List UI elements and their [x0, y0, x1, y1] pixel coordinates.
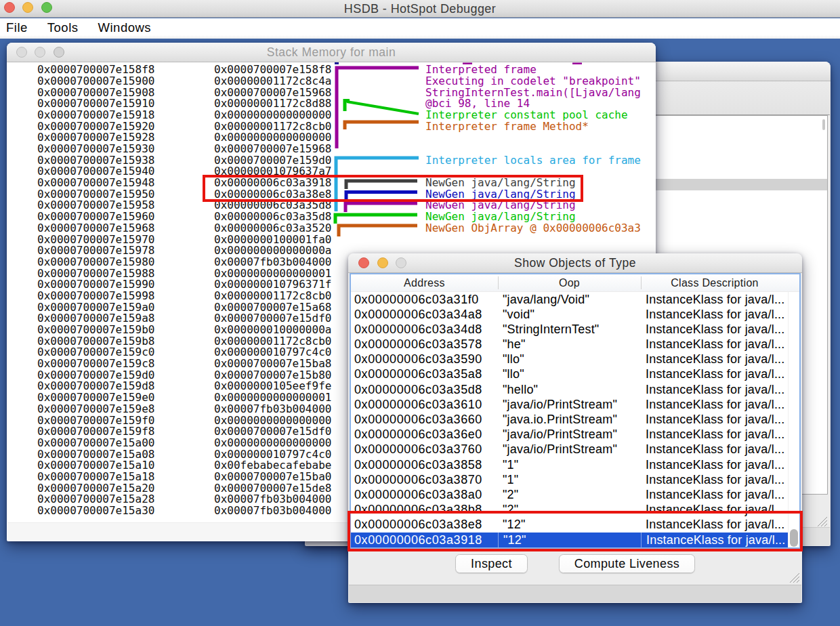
cell-class-description: InstanceKlass for java/l...: [641, 307, 789, 322]
objects-window-titlebar[interactable]: Show Objects of Type: [348, 253, 802, 273]
cell-address: 0x00000006c03a3610: [351, 397, 498, 412]
cell-class-description: InstanceKlass for java/l...: [641, 352, 789, 367]
resize-grip-icon[interactable]: [816, 516, 828, 527]
cell-oop: "hello": [498, 382, 641, 397]
table-row[interactable]: 0x00000006c03a31f0"java/lang/Void"Instan…: [351, 292, 799, 307]
app-titlebar: HSDB - HotSpot Debugger: [0, 0, 840, 18]
menu-windows[interactable]: Windows: [88, 18, 161, 39]
cell-oop: "java/io/PrintStream": [498, 427, 641, 442]
objects-table-scrollbar[interactable]: [788, 292, 799, 548]
column-header-address[interactable]: Address: [351, 274, 498, 291]
column-header-class-description[interactable]: Class Description: [641, 274, 789, 291]
stack-annotation-label: Executing in codelet "breakpoint": [425, 76, 641, 87]
cell-address: 0x00000006c03a36e0: [351, 427, 498, 442]
table-row[interactable]: 0x00000006c03a3590"llo"InstanceKlass for…: [351, 352, 799, 367]
desktop: Stack Memory for main 0x0000700007e158f8…: [0, 39, 840, 626]
red-highlight-stack-rows: [203, 175, 583, 202]
cell-oop: "void": [498, 307, 641, 322]
cell-class-description: InstanceKlass for java/l...: [641, 457, 789, 472]
objects-button-panel: Inspect Compute Liveness: [349, 550, 801, 585]
cell-address: 0x00000006c03a35d8: [351, 382, 498, 397]
cell-address: 0x00000006c03a35a8: [351, 367, 498, 381]
table-row[interactable]: 0x00000006c03a36e0"java/io/PrintStream"I…: [351, 427, 799, 442]
cell-oop: "java/io/PrintStream": [498, 397, 641, 412]
cell-address: 0x00000006c03a31f0: [351, 292, 498, 307]
cell-address: 0x00000006c03a3760: [351, 442, 498, 457]
cell-address: 0x00000006c03a3590: [351, 352, 498, 367]
table-row[interactable]: 0x00000006c03a3610"java/io/PrintStream"I…: [351, 397, 799, 412]
table-row[interactable]: 0x00000006c03a3858"1"InstanceKlass for j…: [351, 457, 799, 472]
table-row[interactable]: 0x00000006c03a3578"he"InstanceKlass for …: [351, 337, 799, 352]
cell-oop: "java/io/PrintStream": [498, 442, 641, 457]
table-row[interactable]: 0x00000006c03a35d8"hello"InstanceKlass f…: [351, 382, 799, 397]
cell-oop: "he": [498, 337, 641, 352]
background-scrollbar-thumb[interactable]: [822, 119, 825, 130]
cell-class-description: InstanceKlass for java/l...: [641, 367, 789, 381]
stack-window-title: Stack Memory for main: [7, 43, 656, 62]
cell-class-description: InstanceKlass for java/l...: [641, 322, 789, 337]
cell-oop: "java.io.PrintStream": [498, 412, 641, 427]
objects-table-header: Address Oop Class Description: [351, 274, 799, 292]
cell-oop: "llo": [498, 352, 641, 367]
cell-address: 0x00000006c03a34d8: [351, 322, 498, 337]
inspect-button[interactable]: Inspect: [455, 554, 528, 573]
column-separator: [641, 276, 642, 289]
table-row[interactable]: 0x00000006c03a3660"java.io.PrintStream"I…: [351, 412, 799, 427]
cell-class-description: InstanceKlass for java/l...: [641, 412, 789, 427]
cell-address: 0x00000006c03a34a8: [351, 307, 498, 322]
cell-class-description: InstanceKlass for java/l...: [641, 382, 789, 397]
column-separator: [498, 276, 499, 289]
table-row[interactable]: 0x00000006c03a35a8"llo"InstanceKlass for…: [351, 367, 799, 381]
stack-annotation-label: Interpreter frame Method*: [425, 121, 589, 133]
cell-address: 0x00000006c03a3660: [351, 412, 498, 427]
cell-oop: "llo": [498, 367, 641, 381]
red-highlight-table-rows: [348, 511, 803, 551]
resize-grip-icon[interactable]: [789, 573, 800, 583]
objects-table: Address Oop Class Description 0x00000006…: [350, 273, 801, 549]
cell-address: 0x00000006c03a38a0: [351, 487, 498, 502]
cell-class-description: InstanceKlass for java/l...: [641, 472, 789, 487]
table-row[interactable]: 0x00000006c03a3760"java/io/PrintStream"I…: [351, 442, 799, 457]
table-row[interactable]: 0x00000006c03a34a8"void"InstanceKlass fo…: [351, 307, 799, 322]
cell-oop: "1": [498, 472, 641, 487]
cell-oop: "1": [498, 457, 641, 472]
menu-tools[interactable]: Tools: [37, 18, 88, 39]
table-row[interactable]: 0x00000006c03a38a0"2"InstanceKlass for j…: [351, 487, 799, 502]
column-header-oop[interactable]: Oop: [498, 274, 641, 291]
cell-oop: "StringInternTest": [498, 322, 641, 337]
objects-table-rows: 0x00000006c03a31f0"java/lang/Void"Instan…: [351, 292, 799, 547]
stack-annotation-label: NewGen ObjArray @ 0x00000006c03a3: [425, 223, 641, 234]
cell-class-description: InstanceKlass for java/l...: [641, 397, 789, 412]
table-row[interactable]: 0x00000006c03a34d8"StringInternTest"Inst…: [351, 322, 799, 337]
cell-class-description: InstanceKlass for java/l...: [641, 487, 789, 502]
cell-address: 0x00000006c03a3858: [351, 457, 498, 472]
cell-class-description: InstanceKlass for java/l...: [641, 442, 789, 457]
menubar: File Tools Windows: [0, 18, 840, 39]
objects-window-title: Show Objects of Type: [348, 253, 802, 272]
cell-address: 0x00000006c03a3578: [351, 337, 498, 352]
cell-class-description: InstanceKlass for java/l...: [641, 337, 789, 352]
cell-oop: "java/lang/Void": [498, 292, 641, 307]
cell-address: 0x00000006c03a3870: [351, 472, 498, 487]
objects-bottom-strip: [349, 585, 801, 602]
stack-window-titlebar[interactable]: Stack Memory for main: [7, 43, 656, 62]
cell-class-description: InstanceKlass for java/l...: [641, 427, 789, 442]
table-row[interactable]: 0x00000006c03a3870"1"InstanceKlass for j…: [351, 472, 799, 487]
menu-file[interactable]: File: [0, 18, 37, 39]
stack-annotation-label: Interpreter locals area for frame: [425, 155, 641, 167]
cell-class-description: InstanceKlass for java/l...: [641, 292, 789, 307]
cell-oop: "2": [498, 487, 641, 502]
compute-liveness-button[interactable]: Compute Liveness: [559, 554, 695, 573]
app-title: HSDB - HotSpot Debugger: [0, 0, 840, 18]
